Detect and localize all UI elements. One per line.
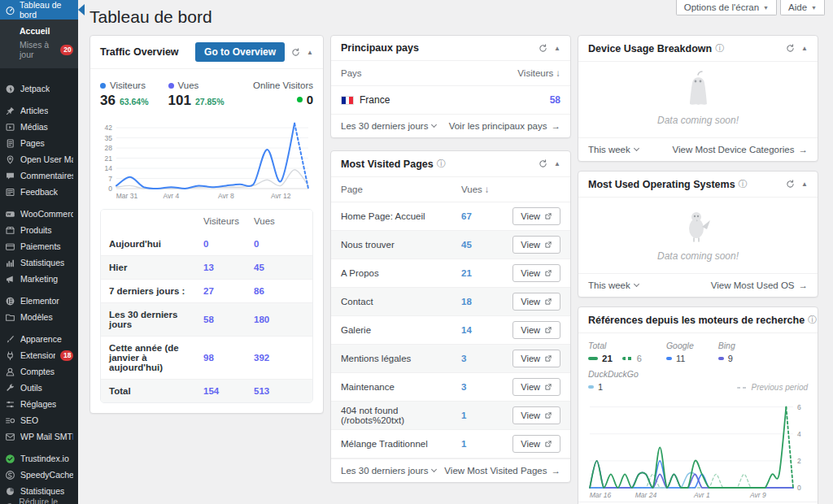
view-page-button[interactable]: View [512,406,560,424]
sidebar-subitem-accueil[interactable]: Accueil [20,24,73,37]
period-dropdown[interactable]: Les 30 derniers jours [341,121,436,131]
sidebar-collapse-menu[interactable]: Réduire le menu [0,499,78,504]
page-name: 404 not found (/robots%20txt) [341,406,461,425]
sidebar-item-mod-les[interactable]: Modèles [0,309,78,325]
sidebar-item-open-user-map[interactable]: Open User Map [0,151,78,167]
views-value-link[interactable]: 86 [254,286,304,296]
page-views-link[interactable]: 3 [461,354,512,363]
refresh-icon[interactable] [785,179,796,189]
info-icon[interactable]: ⓘ [739,178,748,190]
view-page-button[interactable]: View [512,264,560,282]
page-views-link[interactable]: 67 [461,211,512,221]
refresh-icon[interactable] [538,43,548,54]
box-icon [5,225,15,236]
sidebar-item-paiements[interactable]: Paiements [0,238,78,254]
page-views-link[interactable]: 21 [461,268,512,278]
visitors-value-link[interactable]: 13 [203,263,254,272]
period-dropdown[interactable]: Les 30 derniers jours [341,466,436,476]
view-page-button[interactable]: View [512,207,560,225]
collapse-widget-icon[interactable]: ▲ [801,45,808,52]
sidebar-item-statistiques[interactable]: Statistiques [0,254,78,271]
refresh-icon[interactable] [538,159,548,169]
sidebar-item-r-glages[interactable]: Réglages [0,396,78,412]
sidebar-item-tableau-de-bord[interactable]: Tableau de bord [0,0,78,20]
views-value-link[interactable]: 180 [254,315,304,324]
view-top-countries-link[interactable]: Voir les principaux pays → [449,121,560,131]
view-page-button[interactable]: View [512,378,560,396]
total-line-swatch [588,357,598,360]
sidebar-item-apparence[interactable]: Apparence [0,331,78,347]
refresh-icon[interactable] [290,47,301,58]
views-value-link[interactable]: 0 [254,239,304,249]
screen-options-button[interactable]: Options de l'écran ▼ [676,0,777,15]
country-visitors-link[interactable]: 58 [550,94,560,106]
view-most-used-os-link[interactable]: View Most Used OS → [711,280,808,290]
sidebar-item-seo[interactable]: SEO [0,412,78,428]
view-label: View [521,325,540,335]
sidebar-item-trustindex-io[interactable]: Trustindex.io [0,450,78,467]
collapse-widget-icon[interactable]: ▲ [554,45,560,52]
sidebar-item-articles[interactable]: Articles [0,102,78,119]
sort-desc-icon[interactable]: ↓ [485,185,490,194]
page-name: Galerie [341,325,461,335]
page-name: Mentions légales [341,354,461,363]
visitors-value-link[interactable]: 58 [203,315,254,324]
view-page-button[interactable]: View [512,293,560,311]
go-to-overview-button[interactable]: Go to Overview [195,42,285,62]
page-views-link[interactable]: 45 [461,240,512,250]
info-icon[interactable]: ⓘ [808,314,817,326]
collapse-widget-icon[interactable]: ▲ [554,160,560,167]
refresh-icon[interactable] [785,43,796,54]
seo-icon [5,415,15,426]
visitors-value-link[interactable]: 0 [203,239,254,249]
page-views-link[interactable]: 1 [461,411,512,420]
sidebar-item-marketing[interactable]: Marketing [0,271,78,287]
sidebar-item-m-dias[interactable]: Médias [0,119,78,135]
sidebar-item-outils[interactable]: Outils [0,380,78,396]
page-views-link[interactable]: 1 [461,439,512,449]
sidebar-subitem-mises-a-jour[interactable]: Mises à jour 20 [20,37,73,62]
page-views-link[interactable]: 18 [461,297,512,306]
sidebar-item-feedback[interactable]: Feedback [0,184,78,200]
sort-desc-icon[interactable]: ↓ [556,68,560,78]
view-page-button[interactable]: View [512,435,560,453]
view-most-visited-pages-link[interactable]: View Most Visited Pages → [444,466,560,476]
external-link-icon [544,212,552,220]
visitors-value-link[interactable]: 98 [203,353,254,363]
search-referrers-widget: Références depuis les moteurs de recherc… [578,306,818,504]
visitors-value-link[interactable]: 27 [203,286,254,296]
collapse-widget-icon[interactable]: ▲ [801,180,808,188]
sidebar-item-label: Statistiques [20,258,64,267]
views-value-link[interactable]: 513 [254,386,304,396]
traffic-stats: Visiteurs 36 63.64% Vues 101 [90,69,323,111]
sidebar-item-commentaires[interactable]: Commentaires [0,167,78,184]
view-page-button[interactable]: View [512,236,560,254]
sidebar-item-wp-mail-smtp[interactable]: WP Mail SMTP [0,428,78,445]
sidebar-item-speedycache[interactable]: SpeedyCache [0,467,78,483]
info-icon[interactable]: ⓘ [437,158,446,170]
collapse-widget-icon[interactable]: ▲ [307,49,313,56]
page-views-link[interactable]: 14 [461,325,512,335]
sidebar-item-jetpack[interactable]: Jetpack [0,80,78,97]
period-dropdown[interactable]: This week [588,280,639,290]
sidebar-item-comptes[interactable]: Comptes [0,363,78,380]
visitors-value-link[interactable]: 154 [203,386,254,396]
view-page-button[interactable]: View [512,321,560,339]
sidebar-item-extensions[interactable]: Extensions18 [0,347,78,363]
row-label: Cette année (de janvier à aujourd'hui) [109,343,203,372]
help-button[interactable]: Aide ▼ [780,0,825,15]
view-device-categories-link[interactable]: View Most Device Categories → [673,145,809,154]
view-page-button[interactable]: View [512,350,560,367]
sidebar-item-elementor[interactable]: Elementor [0,293,78,309]
views-value-link[interactable]: 45 [254,263,304,272]
sidebar-item-label: Extensions [20,350,55,360]
views-value-link[interactable]: 392 [254,353,304,363]
info-icon[interactable]: ⓘ [715,42,724,54]
sidebar-item-woocommerce[interactable]: WooCommerce [0,206,78,222]
online-visitors-value: 0 [307,93,313,106]
page-views-link[interactable]: 3 [461,382,512,392]
sidebar-item-label: Jetpack [20,84,50,93]
sidebar-item-pages[interactable]: Pages [0,135,78,151]
sidebar-item-produits[interactable]: Produits [0,222,78,238]
period-dropdown[interactable]: This week [588,145,639,154]
